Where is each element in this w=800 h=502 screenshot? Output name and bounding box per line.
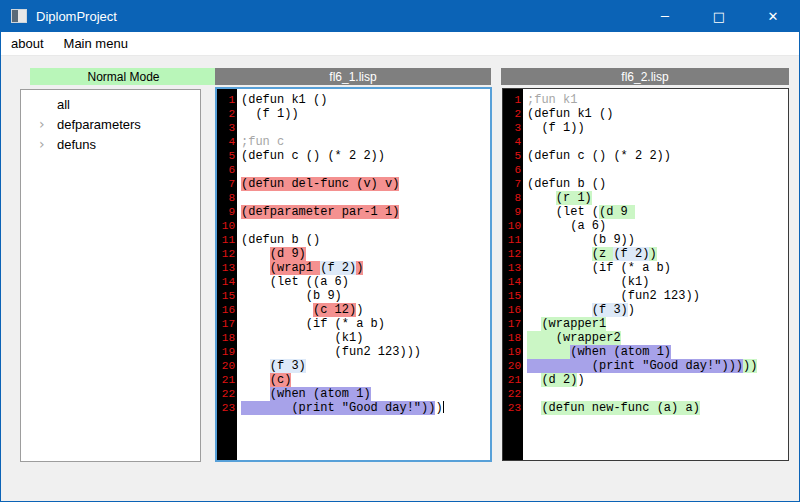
minimize-button[interactable]: ─	[638, 0, 692, 32]
code-line[interactable]: (let ((d 9	[527, 205, 788, 219]
code-segment-red: (d 9)	[270, 247, 306, 261]
line-number: 10	[503, 219, 521, 233]
code-line[interactable]: ;fun k1	[527, 93, 788, 107]
code-line[interactable]: (defun c () (* 2 2))	[527, 149, 788, 163]
line-number: 22	[217, 387, 235, 401]
line-number: 11	[503, 233, 521, 247]
code-segment-green: )	[649, 247, 656, 261]
code-segment-purple: (when (atom 1)	[270, 387, 371, 401]
code-line[interactable]: (when (atom 1)	[527, 345, 788, 359]
code-segment: (defun b ()	[241, 233, 320, 247]
code-line[interactable]	[527, 387, 788, 401]
line-number: 4	[217, 135, 235, 149]
line-number: 23	[503, 401, 521, 415]
line-number: 1	[503, 93, 521, 107]
code-line[interactable]: (defun new-func (a) a)	[527, 401, 788, 415]
line-number: 8	[503, 191, 521, 205]
code-line[interactable]: (f 3))	[527, 303, 788, 317]
code-line[interactable]: (k1)	[527, 275, 788, 289]
code-line[interactable]: (z (f 2))	[527, 247, 788, 261]
code-line[interactable]: (defun k1 ()	[527, 107, 788, 121]
code-segment-red: (wrap1	[270, 261, 320, 275]
close-button[interactable]: ✕	[746, 0, 800, 32]
line-number: 3	[503, 121, 521, 135]
code-segment	[241, 387, 270, 401]
code-line[interactable]: (let ((a 6)	[241, 275, 490, 289]
code-line[interactable]: (when (atom 1)	[241, 387, 490, 401]
line-number: 3	[217, 121, 235, 135]
line-number-gutter: 1234567891011121314151617181920212223	[503, 89, 523, 460]
code-line[interactable]: (defun del-func (v) v)	[241, 177, 490, 191]
line-number: 16	[503, 303, 521, 317]
code-line[interactable]: (b 9)	[241, 289, 490, 303]
code-line[interactable]: (defun b ()	[241, 233, 490, 247]
code-line[interactable]: (wrapper2	[527, 331, 788, 345]
code-line[interactable]	[241, 121, 490, 135]
code-line[interactable]: (defun c () (* 2 2))	[241, 149, 490, 163]
chevron-right-icon[interactable]: ›	[39, 117, 57, 131]
line-number: 20	[503, 359, 521, 373]
code-segment: (k1)	[527, 275, 649, 289]
line-number: 17	[503, 317, 521, 331]
code-line[interactable]	[527, 135, 788, 149]
editor1-header: fl6_1.lisp	[215, 68, 491, 85]
line-number: 9	[503, 205, 521, 219]
code-line[interactable]: (f 3)	[241, 359, 490, 373]
tree-item-defuns[interactable]: ›defuns	[21, 134, 200, 154]
code-line[interactable]: (defparameter par-1 1)	[241, 205, 490, 219]
code-segment: (b 9))	[527, 233, 635, 247]
code-segment: (defun k1 ()	[241, 93, 327, 107]
code-area[interactable]: (defun k1 () (f 1));fun c(defun c () (* …	[237, 89, 490, 460]
line-number: 17	[217, 317, 235, 331]
menu-item-main-menu[interactable]: Main menu	[54, 32, 138, 55]
code-line[interactable]: (defun b ()	[527, 177, 788, 191]
code-line[interactable]	[241, 163, 490, 177]
code-line[interactable]	[241, 191, 490, 205]
code-line[interactable]: (if (* a b)	[527, 261, 788, 275]
code-line[interactable]: (print "Good day!")))	[241, 401, 490, 415]
code-segment	[241, 359, 270, 373]
code-line[interactable]: (b 9))	[527, 233, 788, 247]
code-line[interactable]: (wrapper1	[527, 317, 788, 331]
code-segment	[241, 303, 313, 317]
code-line[interactable]: (k1)	[241, 331, 490, 345]
code-line[interactable]	[527, 163, 788, 177]
close-icon: ✕	[768, 9, 779, 24]
code-line[interactable]: (d 2))	[527, 373, 788, 387]
line-number: 8	[217, 191, 235, 205]
line-number: 2	[503, 107, 521, 121]
code-line[interactable]: (r 1)	[527, 191, 788, 205]
code-line[interactable]: (if (* a b)	[241, 317, 490, 331]
line-number: 16	[217, 303, 235, 317]
code-line[interactable]: (c)	[241, 373, 490, 387]
code-segment	[527, 401, 541, 415]
code-line[interactable]	[241, 219, 490, 233]
tree-item-defparameters[interactable]: ›defparameters	[21, 114, 200, 134]
code-line[interactable]: (wrap1 (f 2))	[241, 261, 490, 275]
code-line[interactable]: (f 1))	[527, 121, 788, 135]
code-line[interactable]: (fun2 123))	[527, 289, 788, 303]
code-line[interactable]: (c 12))	[241, 303, 490, 317]
code-segment: (f 1))	[527, 121, 585, 135]
code-segment-green: (defun new-func (a) a)	[541, 401, 699, 415]
line-number: 14	[217, 275, 235, 289]
code-line[interactable]: (fun2 123)))	[241, 345, 490, 359]
code-line[interactable]: (d 9)	[241, 247, 490, 261]
code-line[interactable]: ;fun c	[241, 135, 490, 149]
code-line[interactable]: (print "Good day!")))))	[527, 359, 788, 373]
menu-item-about[interactable]: about	[1, 32, 54, 55]
code-area[interactable]: ;fun k1(defun k1 () (f 1))(defun c () (*…	[523, 89, 788, 460]
line-number: 5	[217, 149, 235, 163]
code-editor-fl6-1[interactable]: 1234567891011121314151617181920212223 (d…	[215, 87, 492, 462]
code-editor-fl6-2[interactable]: 1234567891011121314151617181920212223 ;f…	[502, 88, 789, 461]
tree-item-all[interactable]: all	[21, 94, 200, 114]
code-line[interactable]: (defun k1 ()	[241, 93, 490, 107]
code-segment: (fun2 123)))	[241, 345, 421, 359]
code-line[interactable]: (f 1))	[241, 107, 490, 121]
window-title: DiplomProject	[36, 9, 117, 24]
code-line[interactable]: (a 6)	[527, 219, 788, 233]
chevron-right-icon[interactable]: ›	[39, 137, 57, 151]
code-segment-red: )	[356, 261, 363, 275]
maximize-button[interactable]: □	[692, 0, 746, 32]
code-segment-green: (z	[592, 247, 614, 261]
